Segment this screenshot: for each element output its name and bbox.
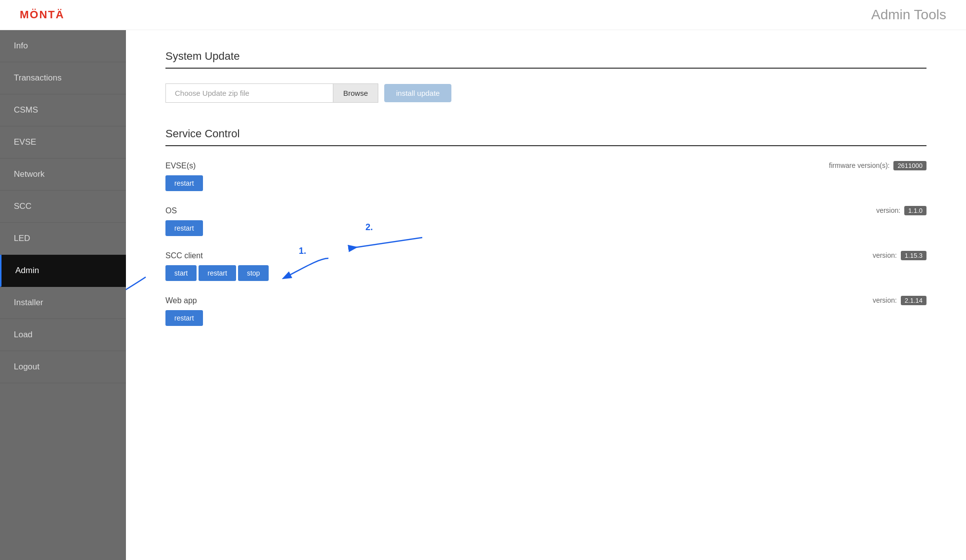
page-title: Admin Tools bbox=[871, 7, 946, 23]
webapp-restart-button[interactable]: restart bbox=[165, 310, 203, 326]
service-header-evse: EVSE(s) firmware version(s): 2611000 bbox=[165, 161, 926, 170]
os-buttons: restart bbox=[165, 220, 926, 236]
service-header-scc: SCC client version: 1.15.3 bbox=[165, 251, 926, 260]
top-bar: MÖNTÄ Admin Tools bbox=[0, 0, 966, 30]
sidebar-item-info[interactable]: Info bbox=[0, 30, 126, 62]
scc-version-label: version: bbox=[873, 251, 897, 259]
sidebar: Info Transactions CSMS EVSE Network SCC … bbox=[0, 30, 126, 560]
service-header-webapp: Web app version: 2.1.14 bbox=[165, 296, 926, 305]
logo: MÖNTÄ bbox=[20, 8, 65, 21]
os-restart-button[interactable]: restart bbox=[165, 220, 203, 236]
scc-buttons: start restart stop bbox=[165, 265, 926, 281]
sidebar-arrow-annotation bbox=[126, 267, 156, 326]
service-name-os: OS bbox=[165, 206, 177, 215]
file-input-row: Choose Update zip file Browse install up… bbox=[165, 83, 926, 103]
service-row-os: OS version: 1.1.0 restart bbox=[165, 206, 926, 236]
install-update-button[interactable]: install update bbox=[384, 84, 451, 102]
service-header-os: OS version: 1.1.0 bbox=[165, 206, 926, 215]
sidebar-item-network[interactable]: Network bbox=[0, 159, 126, 191]
service-row-webapp: Web app version: 2.1.14 restart bbox=[165, 296, 926, 326]
browse-button[interactable]: Browse bbox=[333, 83, 378, 103]
evse-firmware-badge: firmware version(s): 2611000 bbox=[829, 161, 926, 170]
sidebar-item-csms[interactable]: CSMS bbox=[0, 94, 126, 126]
content-area: System Update Choose Update zip file Bro… bbox=[126, 30, 966, 560]
service-name-scc: SCC client bbox=[165, 251, 203, 260]
firmware-label: firmware version(s): bbox=[829, 161, 890, 169]
webapp-version-label: version: bbox=[873, 296, 897, 304]
sidebar-item-transactions[interactable]: Transactions bbox=[0, 62, 126, 94]
sidebar-item-installer[interactable]: Installer bbox=[0, 287, 126, 319]
os-version-value: 1.1.0 bbox=[904, 206, 926, 215]
webapp-buttons: restart bbox=[165, 310, 926, 326]
scc-restart-button[interactable]: restart bbox=[199, 265, 236, 281]
sidebar-item-load[interactable]: Load bbox=[0, 319, 126, 351]
service-name-webapp: Web app bbox=[165, 296, 197, 305]
scc-stop-button[interactable]: stop bbox=[238, 265, 269, 281]
system-update-title: System Update bbox=[165, 50, 926, 69]
scc-version-badge: version: 1.15.3 bbox=[873, 251, 926, 260]
sidebar-item-admin[interactable]: Admin bbox=[0, 255, 126, 287]
os-version-label: version: bbox=[876, 206, 900, 214]
sidebar-item-led[interactable]: LED bbox=[0, 223, 126, 255]
service-row-evse: EVSE(s) firmware version(s): 2611000 res… bbox=[165, 161, 926, 191]
firmware-version-value: 2611000 bbox=[893, 161, 926, 170]
system-update-section: System Update Choose Update zip file Bro… bbox=[165, 50, 926, 103]
service-row-scc: SCC client version: 1.15.3 start restart… bbox=[165, 251, 926, 281]
scc-start-button[interactable]: start bbox=[165, 265, 197, 281]
evse-restart-button[interactable]: restart bbox=[165, 175, 203, 191]
evse-buttons: restart bbox=[165, 175, 926, 191]
sidebar-item-scc[interactable]: SCC bbox=[0, 191, 126, 223]
service-name-evse: EVSE(s) bbox=[165, 161, 196, 170]
webapp-version-badge: version: 2.1.14 bbox=[873, 296, 926, 305]
service-control-section: Service Control EVSE(s) firmware version… bbox=[165, 127, 926, 326]
file-input-display: Choose Update zip file bbox=[165, 83, 333, 103]
sidebar-item-logout[interactable]: Logout bbox=[0, 351, 126, 383]
webapp-version-value: 2.1.14 bbox=[901, 296, 926, 305]
service-control-title: Service Control bbox=[165, 127, 926, 146]
main-layout: Info Transactions CSMS EVSE Network SCC … bbox=[0, 30, 966, 560]
sidebar-item-evse[interactable]: EVSE bbox=[0, 126, 126, 159]
os-version-badge: version: 1.1.0 bbox=[876, 206, 926, 215]
scc-version-value: 1.15.3 bbox=[901, 251, 926, 260]
